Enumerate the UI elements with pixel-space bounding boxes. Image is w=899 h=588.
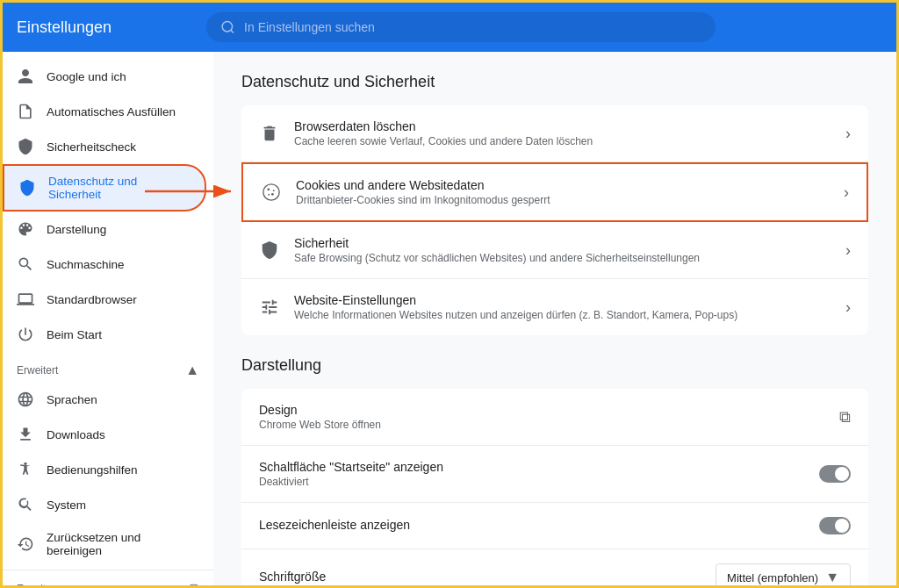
privacy-card: Browserdaten löschen Cache leeren sowie … bbox=[241, 105, 868, 335]
font-size-item[interactable]: Schriftgröße Mittel (empfohlen) ▼ bbox=[241, 549, 868, 588]
sidebar-item-google[interactable]: Google und ich bbox=[3, 59, 206, 94]
clear-browsing-content: Browserdaten löschen Cache leeren sowie … bbox=[294, 119, 831, 147]
sidebar-item-accessibility[interactable]: Bedienungshilfen bbox=[3, 452, 206, 487]
svg-line-1 bbox=[231, 30, 234, 32]
download-icon bbox=[17, 426, 34, 443]
history-icon bbox=[17, 535, 34, 553]
cookies-item[interactable]: Cookies und andere Websitedaten Drittanb… bbox=[241, 162, 868, 222]
sidebar-item-default-browser[interactable]: Standardbrowser bbox=[3, 282, 206, 317]
cookies-title: Cookies und andere Websitedaten bbox=[296, 178, 830, 192]
wrench-icon bbox=[17, 496, 34, 513]
home-button-title: Schaltfläche "Startseite" anzeigen bbox=[259, 460, 805, 474]
site-settings-desc: Welche Informationen Websites nutzen und… bbox=[294, 309, 831, 321]
design-content: Design Chrome Web Store öffnen bbox=[259, 403, 825, 431]
sidebar-label-downloads: Downloads bbox=[47, 428, 105, 441]
search-nav-icon bbox=[17, 255, 34, 273]
dropdown-arrow-icon: ▼ bbox=[825, 570, 839, 585]
sidebar-label-google: Google und ich bbox=[47, 70, 126, 83]
security-title: Sicherheit bbox=[294, 236, 831, 250]
sidebar-item-startup[interactable]: Beim Start bbox=[3, 317, 206, 352]
sidebar-label-system: System bbox=[47, 498, 86, 512]
svg-point-7 bbox=[271, 193, 274, 196]
font-size-value: Mittel (empfohlen) bbox=[727, 571, 818, 584]
sidebar-item-privacy[interactable]: Datenschutz und Sicherheit bbox=[3, 164, 206, 212]
sidebar: Google und ich Automatisches Ausfüllen S… bbox=[3, 52, 213, 588]
cookies-desc: Drittanbieter-Cookies sind im Inkognitom… bbox=[296, 194, 830, 206]
svg-point-6 bbox=[268, 194, 270, 196]
chevron-up-icon: ▲ bbox=[185, 362, 199, 378]
bookmarks-bar-item[interactable]: Lesezeichenleiste anzeigen bbox=[241, 503, 868, 549]
sidebar-label-search: Suchmaschine bbox=[47, 258, 125, 271]
sidebar-label-default-browser: Standardbrowser bbox=[47, 293, 137, 306]
security-arrow-icon: › bbox=[845, 241, 851, 260]
font-size-dropdown[interactable]: Mittel (empfohlen) ▼ bbox=[716, 563, 851, 588]
font-size-content: Schriftgröße bbox=[259, 570, 701, 585]
section2-title: Darstellung bbox=[241, 356, 868, 375]
sidebar-label-reset: Zurücksetzen und bereinigen bbox=[47, 531, 192, 557]
sidebar-label-safety: Sicherheitscheck bbox=[47, 140, 136, 154]
home-button-item[interactable]: Schaltfläche "Startseite" anzeigen Deakt… bbox=[241, 446, 868, 503]
sidebar-item-safety[interactable]: Sicherheitscheck bbox=[3, 129, 206, 164]
design-title: Design bbox=[259, 403, 825, 417]
cookies-arrow-icon: › bbox=[844, 183, 849, 202]
section-extensions[interactable]: Erweiterungen ⧉ bbox=[3, 570, 213, 588]
search-icon bbox=[220, 19, 235, 35]
svg-point-2 bbox=[24, 463, 26, 465]
main-content: Datenschutz und Sicherheit Browserdaten … bbox=[213, 52, 896, 588]
sidebar-item-autofill[interactable]: Automatisches Ausfüllen bbox=[3, 94, 206, 129]
clear-browsing-title: Browserdaten löschen bbox=[294, 119, 831, 133]
sidebar-label-accessibility: Bedienungshilfen bbox=[47, 463, 138, 477]
sidebar-label-appearance: Darstellung bbox=[47, 223, 106, 236]
header: Einstellungen bbox=[3, 3, 896, 52]
app-title: Einstellungen bbox=[17, 18, 192, 37]
home-button-toggle[interactable] bbox=[819, 465, 851, 483]
site-settings-content: Website-Einstellungen Welche Information… bbox=[294, 293, 831, 321]
arrow-right-icon: › bbox=[845, 125, 851, 143]
description-icon bbox=[17, 103, 34, 120]
site-settings-arrow-icon: › bbox=[845, 298, 851, 317]
design-item[interactable]: Design Chrome Web Store öffnen ⧉ bbox=[241, 389, 868, 446]
person-icon bbox=[17, 68, 34, 85]
section-erweitert-label: Erweitert bbox=[17, 364, 58, 376]
svg-point-4 bbox=[267, 188, 270, 190]
security-content: Sicherheit Safe Browsing (Schutz vor sch… bbox=[294, 236, 831, 264]
external-icon: ⧉ bbox=[190, 581, 199, 588]
sidebar-label-languages: Sprachen bbox=[47, 393, 97, 406]
power-icon bbox=[17, 326, 34, 343]
search-input[interactable] bbox=[244, 20, 701, 34]
svg-point-0 bbox=[222, 22, 232, 32]
home-button-desc: Deaktiviert bbox=[259, 476, 805, 488]
sidebar-item-system[interactable]: System bbox=[3, 487, 206, 522]
sidebar-item-languages[interactable]: Sprachen bbox=[3, 382, 206, 417]
main-layout: Google und ich Automatisches Ausfüllen S… bbox=[3, 52, 896, 588]
globe-icon bbox=[17, 391, 34, 408]
external-link-icon: ⧉ bbox=[839, 408, 851, 427]
site-settings-item[interactable]: Website-Einstellungen Welche Information… bbox=[241, 279, 868, 335]
font-size-title: Schriftgröße bbox=[259, 570, 701, 584]
section-erweitert[interactable]: Erweitert ▲ bbox=[3, 352, 213, 382]
search-bar[interactable] bbox=[206, 12, 716, 42]
design-desc: Chrome Web Store öffnen bbox=[259, 419, 825, 431]
accessibility-icon bbox=[17, 461, 34, 478]
trash-icon bbox=[259, 123, 280, 144]
site-settings-title: Website-Einstellungen bbox=[294, 293, 831, 307]
svg-point-3 bbox=[263, 184, 279, 200]
home-button-content: Schaltfläche "Startseite" anzeigen Deakt… bbox=[259, 460, 805, 488]
bookmarks-content: Lesezeichenleiste anzeigen bbox=[259, 518, 805, 534]
bookmarks-toggle[interactable] bbox=[819, 517, 851, 534]
security-item[interactable]: Sicherheit Safe Browsing (Schutz vor sch… bbox=[241, 222, 868, 279]
cookies-content: Cookies und andere Websitedaten Drittanb… bbox=[296, 178, 830, 206]
sidebar-item-search[interactable]: Suchmaschine bbox=[3, 247, 206, 282]
sidebar-item-reset[interactable]: Zurücksetzen und bereinigen bbox=[3, 522, 206, 566]
appearance-card: Design Chrome Web Store öffnen ⧉ Schaltf… bbox=[241, 389, 868, 588]
sidebar-label-startup: Beim Start bbox=[47, 328, 102, 341]
clear-browsing-item[interactable]: Browserdaten löschen Cache leeren sowie … bbox=[241, 105, 868, 162]
sidebar-item-downloads[interactable]: Downloads bbox=[3, 417, 206, 452]
sidebar-label-privacy: Datenschutz und Sicherheit bbox=[48, 175, 191, 201]
cookie-icon bbox=[261, 182, 282, 203]
shield-blue-icon bbox=[18, 179, 36, 197]
security-shield-icon bbox=[259, 240, 280, 261]
sidebar-item-appearance[interactable]: Darstellung bbox=[3, 212, 206, 247]
extensions-label: Erweiterungen bbox=[17, 583, 84, 588]
palette-icon bbox=[17, 220, 34, 238]
